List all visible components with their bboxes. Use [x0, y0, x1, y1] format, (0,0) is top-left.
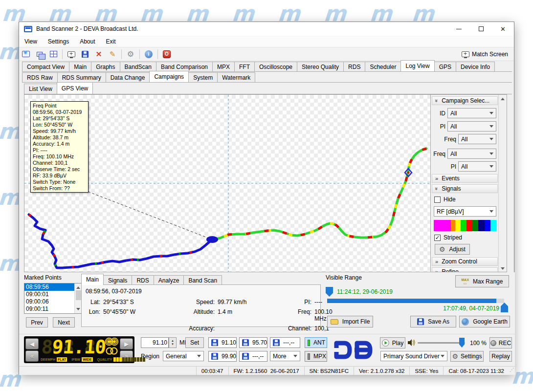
freq-filter-dropdown[interactable]: All [447, 149, 496, 159]
set-button[interactable]: Set [185, 337, 204, 348]
cascade-windows-button[interactable] [34, 49, 45, 60]
region-dropdown[interactable]: General [163, 351, 204, 361]
list-item[interactable]: 09:00:11 [24, 305, 82, 313]
seek-down-button[interactable]: « [25, 350, 39, 362]
striped-checkbox[interactable]: ✓ [434, 235, 441, 241]
tab-stereo-quality[interactable]: Stereo Quality [297, 62, 344, 71]
zoom-control-header[interactable]: » Zoom Control [432, 257, 498, 266]
tab-scheduler[interactable]: Scheduler [365, 62, 401, 71]
google-earth-button[interactable]: Google Earth [459, 316, 510, 327]
adjust-button[interactable]: ⚙ Adjust [435, 244, 470, 255]
events-header[interactable]: » Events [432, 174, 498, 183]
signal-metric-dropdown[interactable]: RF [dBµV] [434, 206, 496, 217]
tab-log-view[interactable]: Log View [400, 60, 434, 71]
menu-view[interactable]: View [19, 36, 43, 47]
tab-rds-summary[interactable]: RDS Summary [57, 72, 106, 82]
info-button[interactable]: i [143, 49, 155, 60]
delete-button[interactable]: ✕ [93, 49, 105, 60]
tab-detail-bandscan[interactable]: Band Scan [183, 275, 222, 285]
preset-button-3[interactable]: ---,-- [270, 337, 300, 348]
tab-rds-raw[interactable]: RDS Raw [22, 72, 58, 82]
ant-toggle-button[interactable]: ANT [305, 337, 327, 348]
scrollbar-thumb[interactable] [76, 290, 81, 300]
tab-main[interactable]: Main [69, 62, 91, 71]
tab-detail-signals[interactable]: Signals [103, 275, 132, 285]
tab-watermark[interactable]: Watermark [217, 72, 255, 82]
tile-windows-button[interactable] [47, 49, 59, 60]
view-window-button[interactable] [20, 49, 32, 60]
tab-fft[interactable]: FFT [234, 62, 255, 71]
settings-button[interactable]: ⚙ Settings [450, 351, 484, 362]
play-button[interactable]: Play [380, 337, 405, 348]
tab-detail-rds[interactable]: RDS [132, 275, 154, 285]
prev-button[interactable]: Prev [26, 317, 48, 327]
more-presets-dropdown[interactable]: More [270, 351, 300, 361]
tab-detail-main[interactable]: Main [81, 274, 104, 285]
tab-device-info[interactable]: Device Info [456, 62, 495, 71]
tab-gps-view[interactable]: GPS View [57, 82, 93, 94]
menu-settings[interactable]: Settings [43, 36, 74, 47]
list-item[interactable]: 09:00:01 [24, 291, 82, 298]
max-range-button[interactable]: MAX⇔ Max Range [455, 275, 509, 287]
selected-point-marker[interactable] [206, 236, 218, 243]
tab-list-view[interactable]: List View [24, 84, 57, 94]
marked-points-list[interactable]: 08:59:56 09:00:01 09:00:06 09:00:11 [24, 283, 82, 314]
menu-exit[interactable]: Exit [101, 36, 121, 47]
preset-button-5[interactable]: ---,-- [239, 351, 267, 362]
resize-grip[interactable] [509, 367, 515, 375]
replay-button[interactable]: Replay [489, 351, 512, 362]
frequency-input[interactable]: 91.10 [141, 337, 169, 348]
power-button[interactable]: O [161, 49, 173, 60]
sound-driver-dropdown[interactable]: Primary Sound Driver [380, 351, 447, 361]
save-button[interactable] [79, 49, 91, 60]
hide-checkbox[interactable] [434, 196, 441, 203]
volume-slider-track[interactable] [418, 342, 465, 344]
next-button[interactable]: Next [53, 317, 75, 327]
tune-up-button[interactable]: ▶ [120, 338, 133, 349]
range-track[interactable] [327, 299, 504, 303]
list-scrollbar[interactable] [74, 283, 82, 313]
tab-campaigns[interactable]: Campaigns [149, 71, 189, 82]
tab-compact-view[interactable]: Compact View [22, 62, 69, 71]
tab-detail-analyze[interactable]: Analyze [154, 275, 184, 285]
maximize-button[interactable] [470, 22, 492, 36]
signals-header[interactable]: » Signals [432, 184, 498, 193]
settings-toolbar-button[interactable]: ⚙ [125, 49, 136, 60]
range-end-handle[interactable] [501, 303, 508, 312]
edit-button[interactable]: ✎ [107, 49, 118, 60]
screen-layout-button[interactable] [66, 49, 77, 60]
preset-button-4[interactable]: 99.90 [208, 351, 237, 362]
tab-graphs[interactable]: Graphs [91, 62, 120, 71]
close-button[interactable]: ✕ [492, 22, 514, 36]
save-as-button[interactable]: Save As [410, 316, 456, 327]
tab-oscilloscope[interactable]: Oscilloscope [254, 62, 297, 71]
id-filter-dropdown[interactable]: All [447, 108, 496, 118]
match-screen-button[interactable]: Match Screen [460, 50, 510, 59]
panel-scrollbar[interactable] [498, 95, 507, 272]
preset-button-2[interactable]: 95.70 [239, 337, 267, 348]
menu-about[interactable]: About [74, 36, 100, 47]
pi-filter-dropdown[interactable]: All [447, 121, 496, 131]
tab-system[interactable]: System [188, 72, 218, 82]
tab-data-change[interactable]: Data Change [106, 72, 150, 82]
range-start-handle[interactable] [326, 287, 333, 297]
tune-down-button[interactable]: ◀ [25, 338, 39, 349]
tab-gps[interactable]: GPS [434, 62, 456, 71]
tab-band-comparison[interactable]: Band Comparison [156, 62, 213, 71]
campaign-selection-header[interactable]: » Campaign Selec... [432, 96, 498, 105]
frequency-stepper[interactable]: ▲▼ [169, 337, 177, 348]
import-file-button[interactable]: Import File [327, 316, 373, 327]
preset-button-1[interactable]: 91.10 [208, 337, 237, 348]
minimize-button[interactable] [448, 22, 470, 36]
freq-sub-dropdown[interactable]: All [458, 134, 496, 144]
rec-button[interactable]: REC [489, 337, 512, 348]
volume-slider-handle[interactable] [459, 338, 465, 348]
list-item[interactable]: 09:00:06 [24, 298, 82, 305]
gps-map[interactable]: Freq Point 08:59:56, 03-07-2019 Lat: 29°… [24, 94, 507, 272]
mpx-toggle-button[interactable]: MPX [305, 351, 327, 362]
tab-mpx[interactable]: MPX [212, 62, 235, 71]
refine-header[interactable]: » Refine [432, 267, 498, 272]
tab-bandscan[interactable]: BandScan [120, 62, 156, 71]
tab-rds[interactable]: RDS [343, 62, 365, 71]
pi-sub-dropdown[interactable]: All [458, 161, 496, 172]
